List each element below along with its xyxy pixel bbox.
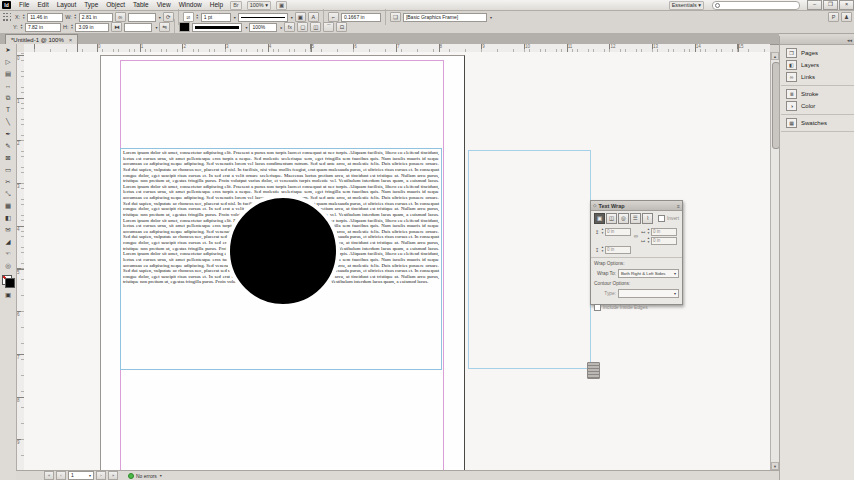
bottom-offset-field[interactable]: 0 in: [605, 246, 631, 254]
line-tool-icon[interactable]: ╲: [0, 116, 16, 128]
stroke-type-select[interactable]: [238, 13, 288, 22]
bridge-icon[interactable]: Br: [230, 1, 242, 10]
menu-table[interactable]: Table: [129, 0, 153, 10]
gradient-feather-tool-icon[interactable]: ◧: [0, 212, 16, 224]
corner-options-icon[interactable]: ⌐: [328, 12, 339, 22]
pen-tool-icon[interactable]: ✒: [0, 128, 16, 140]
fx-icon[interactable]: fx: [284, 22, 295, 32]
panel-tab-stroke[interactable]: ≣Stroke: [781, 88, 854, 100]
left-offset-field[interactable]: 0 in: [651, 228, 677, 236]
note-tool-icon[interactable]: ✉: [0, 224, 16, 236]
menu-object[interactable]: Object: [102, 0, 129, 10]
text-wrap-panel-header[interactable]: ◇ Text Wrap ≡: [591, 201, 682, 211]
view-options-icon[interactable]: ▣: [276, 1, 287, 10]
stroke-proxy-icon[interactable]: ⧄: [183, 12, 194, 22]
frame-fitting-icon[interactable]: ⊡: [336, 22, 347, 32]
constrain-proportions-icon[interactable]: ∞: [115, 12, 126, 22]
effects-icon[interactable]: ▣: [295, 12, 306, 22]
menu-window[interactable]: Window: [175, 0, 206, 10]
screen-mode-button[interactable]: ▣: [0, 289, 16, 301]
x-position-field[interactable]: 11.46 in: [27, 13, 63, 22]
wrap-none-icon[interactable]: ▢: [297, 22, 308, 32]
direct-selection-tool-icon[interactable]: ▷: [0, 56, 16, 68]
menu-file[interactable]: File: [15, 0, 33, 10]
link-dimensions-icon[interactable]: ⧓: [111, 22, 122, 32]
menu-edit[interactable]: Edit: [33, 0, 52, 10]
menu-help[interactable]: Help: [206, 0, 227, 10]
wrap-around-bounding-box-button[interactable]: ◫: [606, 213, 617, 224]
scissors-tool-icon[interactable]: ✂: [0, 176, 16, 188]
scale-y-field[interactable]: [124, 23, 152, 32]
zoom-level-select[interactable]: 100% ▾: [247, 1, 271, 10]
rotate-90-cw-icon[interactable]: ⟳: [163, 12, 174, 22]
restore-button[interactable]: ❐: [823, 0, 838, 10]
menu-type[interactable]: Type: [80, 0, 102, 10]
reference-point-proxy[interactable]: [2, 12, 13, 23]
stroke-style-select[interactable]: [192, 23, 242, 32]
include-inside-edges-checkbox[interactable]: [594, 304, 601, 311]
width-field[interactable]: 2.81 in: [79, 13, 113, 22]
corner-radius-field[interactable]: 0.1667 in: [341, 13, 381, 22]
scale-x-field[interactable]: [128, 13, 156, 22]
last-page-button[interactable]: »: [108, 471, 118, 480]
page-tool-icon[interactable]: ▤: [0, 68, 16, 80]
text-wrap-toggle-icon[interactable]: P: [828, 12, 839, 22]
gradient-swatch-tool-icon[interactable]: ▦: [0, 200, 16, 212]
panel-tab-pages[interactable]: ❐Pages: [781, 47, 854, 59]
fill-proxy-icon[interactable]: ■: [179, 22, 190, 32]
search-input[interactable]: [712, 1, 800, 10]
workspace-switcher[interactable]: Essentials ▾: [669, 1, 704, 10]
panel-tab-color[interactable]: ◑Color: [781, 100, 854, 112]
right-offset-field[interactable]: 0 in: [651, 237, 677, 245]
gap-tool-icon[interactable]: ↔: [0, 80, 16, 92]
panel-tab-links[interactable]: ∞Links: [781, 71, 854, 83]
contour-type-select[interactable]: ▾: [618, 289, 679, 298]
arc-icon[interactable]: ⌒: [323, 22, 334, 32]
opacity-field[interactable]: 100%: [249, 23, 277, 32]
object-style-select[interactable]: [Basic Graphics Frame]: [403, 13, 487, 22]
scroll-down-icon[interactable]: ▼: [771, 462, 779, 470]
scroll-up-icon[interactable]: ▲: [771, 52, 779, 60]
wrap-box-icon[interactable]: ◫: [310, 22, 321, 32]
page-number-field[interactable]: 1▾: [68, 471, 94, 480]
previous-page-button[interactable]: ‹: [56, 471, 66, 480]
eyedropper-tool-icon[interactable]: ◢: [0, 236, 16, 248]
no-text-wrap-button[interactable]: ▣: [594, 213, 605, 224]
stroke-weight-field[interactable]: 1 pt: [201, 13, 231, 22]
stroke-color-well[interactable]: [5, 278, 15, 288]
y-position-field[interactable]: 7.82 in: [25, 23, 61, 32]
top-offset-field[interactable]: 0 in: [605, 228, 631, 236]
preflight-menu-icon[interactable]: ▾: [160, 473, 162, 478]
invert-checkbox[interactable]: [658, 215, 665, 222]
jump-to-next-column-button[interactable]: ⌇: [642, 213, 653, 224]
content-collector-tool-icon[interactable]: ⧉: [0, 92, 16, 104]
rectangle-tool-icon[interactable]: ▭: [0, 164, 16, 176]
empty-graphics-frame[interactable]: [468, 150, 591, 369]
height-field[interactable]: 3.09 in: [75, 23, 109, 32]
pencil-tool-icon[interactable]: ✎: [0, 140, 16, 152]
dock-collapse-icon[interactable]: ◂◂: [780, 36, 854, 45]
free-transform-tool-icon[interactable]: ⤡: [0, 188, 16, 200]
wrap-to-select[interactable]: Both Right & Left Sides▾: [618, 269, 679, 278]
close-button[interactable]: ×: [839, 0, 854, 10]
first-page-button[interactable]: «: [44, 471, 54, 480]
panel-menu-icon[interactable]: ≡: [677, 203, 680, 209]
panel-tab-swatches[interactable]: ▦Swatches: [781, 117, 854, 129]
drop-shadow-icon[interactable]: A: [308, 12, 319, 22]
wrap-around-object-shape-button[interactable]: ◎: [618, 213, 629, 224]
jump-object-button[interactable]: ☰: [630, 213, 641, 224]
menu-layout[interactable]: Layout: [53, 0, 81, 10]
flip-horizontal-icon[interactable]: ⇋: [159, 22, 170, 32]
zoom-tool-icon[interactable]: ◎: [0, 260, 16, 272]
minimize-button[interactable]: –: [807, 0, 822, 10]
rectangle-frame-tool-icon[interactable]: ⊠: [0, 152, 16, 164]
wrapped-circle-object[interactable]: [226, 194, 340, 308]
next-page-button[interactable]: ›: [96, 471, 106, 480]
hand-tool-icon[interactable]: ☜: [0, 248, 16, 260]
panel-tab-layers[interactable]: ◧Layers: [781, 59, 854, 71]
cs-live-icon[interactable]: ♟: [841, 12, 852, 22]
type-tool-icon[interactable]: T: [0, 104, 16, 116]
menu-view[interactable]: View: [153, 0, 175, 10]
link-offsets-icon[interactable]: ∞: [632, 233, 640, 239]
selection-tool-icon[interactable]: ➤: [0, 44, 16, 56]
